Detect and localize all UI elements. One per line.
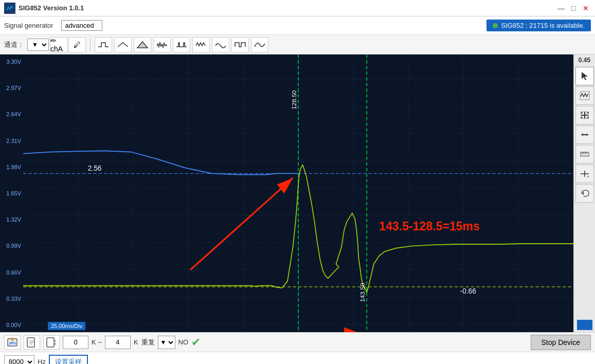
y-label-1: 2.97V — [2, 85, 21, 91]
check-icon: ✔ — [191, 336, 201, 349]
y-label-9: 0.33V — [2, 296, 21, 302]
close-button[interactable]: ✕ — [581, 3, 591, 13]
oscilloscope-chart[interactable]: 3.30V 2.97V 2.64V 2.31V 1.98V 1.65V 1.32… — [0, 54, 573, 332]
right-sidebar: 0.45 × — [573, 54, 595, 332]
hz-label: Hz — [38, 358, 46, 364]
wave-ramp-btn[interactable] — [114, 37, 132, 52]
y-axis: 3.30V 2.97V 2.64V 2.31V 1.98V 1.65V 1.32… — [0, 54, 23, 332]
sample-row: 8000 Hz 设置采样 — [0, 352, 595, 364]
pencil-button[interactable]: ✏ chA — [50, 37, 67, 52]
status-text: SIG852 : 21715 is available. — [501, 22, 585, 29]
svg-marker-0 — [137, 42, 148, 48]
k-input-right[interactable] — [105, 336, 131, 349]
svg-text:143.50: 143.50 — [359, 283, 366, 302]
no-label: NO — [178, 338, 189, 346]
status-badge: SIG852 : 21715 is available. — [486, 20, 591, 31]
settings-btn[interactable] — [43, 335, 60, 350]
export-btn[interactable] — [24, 335, 40, 350]
right-top-value: 0.45 — [579, 57, 590, 64]
wave-multi-btn[interactable] — [192, 37, 210, 52]
titlebar: SIG852 Version 1.0.1 — □ ✕ — [0, 0, 595, 16]
svg-text:143.5-128.5=15ms: 143.5-128.5=15ms — [379, 219, 480, 233]
y-label-5: 1.65V — [2, 190, 21, 196]
stop-device-button[interactable]: Stop Device — [531, 335, 591, 350]
scroll-h-btn[interactable] — [575, 125, 594, 144]
set-sample-button[interactable]: 设置采样 — [49, 355, 88, 365]
status-dot — [493, 23, 498, 28]
svg-text:×: × — [587, 174, 589, 179]
main-area: 3.30V 2.97V 2.64V 2.31V 1.98V 1.65V 1.32… — [0, 54, 595, 332]
svg-text:-0.66: -0.66 — [460, 287, 476, 295]
y-label-3: 2.31V — [2, 138, 21, 144]
undo-btn[interactable] — [575, 184, 594, 203]
k-label: K — [134, 338, 138, 346]
save-jpg-btn[interactable]: JPG — [4, 335, 21, 350]
wave-triangle-btn[interactable] — [134, 37, 151, 52]
svg-rect-49 — [47, 338, 54, 347]
scale-indicator: 25.00ms/Div — [48, 322, 85, 330]
expand-btn[interactable] — [575, 106, 594, 124]
svg-rect-37 — [581, 152, 589, 156]
k-input-left[interactable] — [63, 336, 88, 349]
y-label-8: 0.66V — [2, 269, 21, 276]
wave-arb-btn[interactable] — [251, 37, 268, 52]
wave-noise-btn[interactable] — [153, 37, 171, 52]
cursor-mode-btn[interactable] — [575, 67, 594, 85]
main-toolbar: 通道： ▼ ✏ chA 🖊 — [0, 35, 595, 54]
chart-svg: 2.56 -0.66 0.39 128.50 143.50 143.5-128.… — [23, 54, 573, 332]
k-tilde-label: K ~ — [92, 338, 102, 346]
bottom-toolbar: JPG K ~ K 重复 ▼ NO ✔ Stop Device — [0, 332, 595, 352]
app-logo — [4, 3, 15, 14]
titlebar-left: SIG852 Version 1.0.1 — [4, 3, 84, 14]
y-label-0: 3.30V — [2, 59, 21, 65]
chart-area: 2.56 -0.66 0.39 128.50 143.50 143.5-128.… — [23, 54, 573, 332]
maximize-button[interactable]: □ — [568, 3, 579, 13]
channel-label: 通道： — [4, 40, 24, 49]
wave-sine-btn[interactable] — [212, 37, 229, 52]
y-label-10: 0.00V — [2, 322, 21, 328]
app-title: SIG852 Version 1.0.1 — [19, 4, 84, 12]
wave-pulse-btn[interactable] — [173, 37, 190, 52]
channel-select[interactable]: ▼ — [27, 39, 49, 51]
menubar: Signal generator SIG852 : 21715 is avail… — [0, 16, 595, 35]
minimize-button[interactable]: — — [556, 3, 566, 13]
wave-square2-btn[interactable] — [231, 37, 249, 52]
separator-1 — [90, 38, 91, 51]
channel-group: 通道： ▼ ✏ chA 🖊 — [4, 37, 86, 52]
y-label-2: 2.64V — [2, 111, 21, 117]
sample-rate-select[interactable]: 8000 — [4, 355, 34, 365]
y-label-6: 1.32V — [2, 216, 21, 223]
y-label-4: 1.98V — [2, 164, 21, 170]
repeat-select[interactable]: ▼ — [158, 336, 175, 349]
window-controls[interactable]: — □ ✕ — [556, 3, 591, 13]
eraser-button[interactable]: 🖊 — [68, 37, 86, 52]
repeat-label: 重复 — [141, 338, 155, 347]
zoom-wave-btn[interactable] — [575, 86, 594, 105]
rule-btn[interactable] — [575, 145, 594, 163]
zoom-plus-btn[interactable]: × — [575, 165, 594, 183]
blue-indicator — [577, 320, 592, 330]
y-label-7: 0.99V — [2, 243, 21, 249]
svg-text:2.56: 2.56 — [88, 164, 102, 172]
svg-text:128.50: 128.50 — [291, 90, 298, 109]
signal-generator-label: Signal generator — [4, 22, 53, 29]
svg-marker-36 — [586, 133, 588, 136]
svg-marker-35 — [581, 133, 583, 136]
svg-text:JPG: JPG — [9, 341, 16, 345]
wave-square-btn[interactable] — [95, 37, 112, 52]
advanced-input[interactable] — [61, 20, 102, 31]
